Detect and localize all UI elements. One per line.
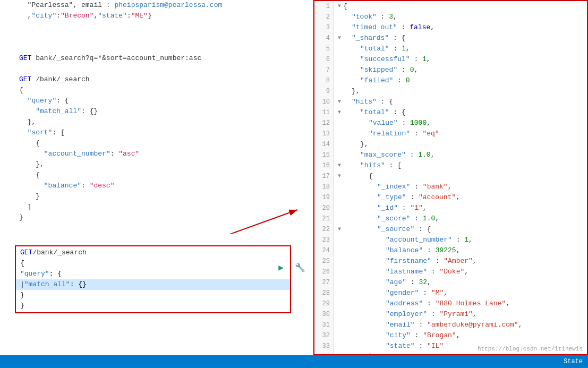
code-text: ] [15,202,31,212]
query-box-line: } [16,301,290,311]
line-num-26: 26 [314,267,333,277]
line-num-21: 21 [314,213,333,224]
code-line: "query": { [0,96,313,106]
code-line [0,42,313,53]
collapse-btn [336,22,343,33]
collapse-btn [336,267,343,277]
json-line-19: "_type" : "account", [336,192,587,203]
json-line-13: "relation" : "eq" [336,129,587,139]
collapse-btn[interactable]: ▼ [336,160,343,171]
right-panel[interactable]: 1 2 3 4 5 6 7 8 9 10 11 12 13 14 15 16 1… [313,0,588,355]
collapse-btn [336,277,343,288]
collapse-btn[interactable]: ▼ [336,224,343,235]
json-line-4: ▼ "_shards" : { [336,33,587,44]
code-text: "balance": "desc" [15,181,114,191]
collapse-btn [336,256,343,267]
json-line-20: "_id" : "1", [336,203,587,213]
line-num-3: 3 [314,22,333,33]
query-box-active-line: | "match_all": {} [16,279,290,290]
collapse-btn[interactable]: ▼ [336,33,343,44]
code-line [0,21,313,32]
code-line: { [0,170,313,181]
collapse-btn [336,213,343,224]
line-num-12: 12 [314,118,333,129]
collapse-btn[interactable]: ▼ [336,171,343,182]
collapse-btn [336,352,343,354]
json-line-18: "_index" : "bank", [336,182,587,192]
line-num-16: 16 [314,160,333,171]
code-line: "balance": "desc" [0,181,313,191]
json-line-22: ▼ "_source" : { [336,224,587,235]
collapse-btn [336,129,343,139]
code-line: { [0,85,313,96]
line-num-10: 10 [314,97,333,107]
state-label: State [564,358,583,365]
query-box: GET /bank/_search { "query": { | "match_… [15,245,291,313]
json-line-9: }, [336,86,587,97]
collapse-btn [336,150,343,160]
line-num-31: 31 [314,320,333,330]
json-line-6: "successful" : 1, [336,54,587,65]
code-line: GET bank/_search?q=*&sort=account_number… [0,53,313,64]
run-button[interactable]: ▶ [274,260,288,275]
wrench-button[interactable]: 🔧 [293,260,308,275]
json-line-29: "address" : "880 Holmes Lane", [336,298,587,309]
line-num-30: 30 [314,309,333,320]
collapse-btn [336,12,343,22]
left-panel-content[interactable]: "Pearlessa", email : pheipsparism@pearle… [0,0,313,355]
code-text: GET /bank/_search [15,74,90,85]
code-text: }, [15,117,36,127]
code-line: } [0,191,313,202]
line-num-25: 25 [314,256,333,267]
collapse-btn [336,54,343,65]
json-line-27: "age" : 32, [336,277,587,288]
line-num-22: 22 [314,224,333,235]
collapse-btn [336,86,343,97]
line-num-7: 7 [314,65,333,75]
json-line-11: ▼ "total" : { [336,107,587,118]
code-line: "Pearlessa", email : pheipsparism@pearle… [0,0,313,11]
collapse-btn [336,330,343,341]
line-num-15: 15 [314,150,333,160]
json-line-25: "firstname" : "Amber", [336,256,587,267]
collapse-btn[interactable]: ▼ [336,107,343,118]
code-line: "sort": [ [0,127,313,138]
collapse-btn[interactable]: ▼ [336,97,343,107]
right-line-numbers: 1 2 3 4 5 6 7 8 9 10 11 12 13 14 15 16 1… [314,1,334,354]
left-panel: "Pearlessa", email : pheipsparism@pearle… [0,0,313,355]
line-num-24: 24 [314,245,333,256]
line-num-4: 4 [314,33,333,44]
code-text: ,"city":"Brecon","state":"ME"} [15,11,152,21]
json-line-12: "value" : 1000, [336,118,587,129]
query-box-line: GET /bank/_search [16,247,290,258]
collapse-btn [336,320,343,330]
code-text: "sort": [ [15,127,65,138]
collapse-btn [336,44,343,54]
code-line: "account_number": "asc" [0,149,313,159]
query-box-line: } [16,290,290,301]
code-line: { [0,138,313,149]
collapse-btn [336,298,343,309]
collapse-btn[interactable]: ▼ [336,1,343,12]
line-num-5: 5 [314,44,333,54]
code-text: } [15,191,40,202]
code-text: "match_all": {} [15,106,98,117]
toolbar-buttons: ▶ 🔧 [274,260,308,275]
line-num-27: 27 [314,277,333,288]
json-line-23: "account_number" : 1, [336,235,587,245]
code-editor: "Pearlessa", email : pheipsparism@pearle… [0,0,313,234]
json-line-31: "email" : "amberduke@pyrami.com", [336,320,587,330]
code-text: "Pearlessa", email : pheipsparism@pearle… [15,0,222,11]
line-num-19: 19 [314,192,333,203]
code-text: { [15,138,40,149]
watermark: https://blog.csdn.net/itinewis [478,346,583,352]
query-box-line: { [16,258,290,269]
collapse-btn [336,65,343,75]
json-line-7: "skipped" : 0, [336,65,587,75]
code-line: }, [0,117,313,127]
line-num-32: 32 [314,330,333,341]
collapse-btn [336,139,343,150]
code-line: "match_all": {} [0,106,313,117]
line-num-20: 20 [314,203,333,213]
collapse-btn [336,118,343,129]
